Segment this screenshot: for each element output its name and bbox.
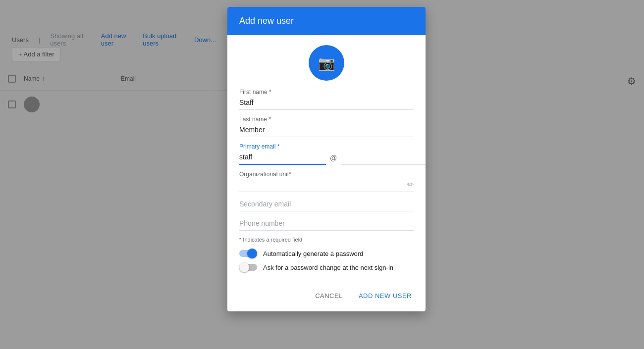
phone-field <box>239 217 414 231</box>
first-name-label: First name * <box>239 89 414 96</box>
avatar-upload-button[interactable]: 📷 <box>309 45 344 81</box>
org-unit-input[interactable] <box>239 179 414 192</box>
last-name-field: Last name * <box>239 116 414 137</box>
dialog-footer: CANCEL ADD NEW USER <box>227 284 426 311</box>
primary-email-label: Primary email * <box>239 143 414 150</box>
avatar-upload-section: 📷 <box>239 35 414 89</box>
auto-password-row: Automatically generate a password <box>239 249 414 258</box>
email-domain-input[interactable] <box>341 151 426 165</box>
cancel-button[interactable]: CANCEL <box>309 288 349 303</box>
org-unit-label: Organizational unit* <box>239 171 414 178</box>
change-password-toggle[interactable] <box>239 262 257 272</box>
auto-password-label: Automatically generate a password <box>263 250 363 257</box>
toggle-thumb <box>247 249 257 258</box>
dialog-title: Add new user <box>239 16 414 26</box>
add-new-user-button[interactable]: ADD NEW USER <box>353 288 418 303</box>
first-name-input[interactable] <box>239 97 414 110</box>
org-unit-field: Organizational unit* ✏ <box>239 171 414 192</box>
change-password-row: Ask for a password change at the next si… <box>239 262 414 272</box>
email-username-input[interactable] <box>239 151 326 165</box>
required-note: * Indicates a required field <box>239 237 414 243</box>
last-name-input[interactable] <box>239 124 414 137</box>
first-name-field: First name * <box>239 89 414 110</box>
at-symbol: @ <box>330 154 337 165</box>
primary-email-field: Primary email * @ .com <box>239 143 414 165</box>
add-user-dialog: Add new user 📷 First name * Last name * … <box>227 7 426 311</box>
change-password-label: Ask for a password change at the next si… <box>263 264 393 271</box>
toggle-thumb-off <box>239 262 249 272</box>
auto-password-toggle[interactable] <box>239 249 257 258</box>
secondary-email-input[interactable] <box>239 198 414 211</box>
dialog-header: Add new user <box>227 7 426 35</box>
phone-input[interactable] <box>239 217 414 231</box>
secondary-email-field <box>239 198 414 211</box>
dialog-body: 📷 First name * Last name * Primary email… <box>227 35 426 284</box>
org-unit-row: ✏ <box>239 179 414 192</box>
last-name-label: Last name * <box>239 116 414 123</box>
camera-icon: 📷 <box>318 55 335 71</box>
email-row: @ .com <box>239 151 414 165</box>
edit-icon[interactable]: ✏ <box>407 180 414 189</box>
